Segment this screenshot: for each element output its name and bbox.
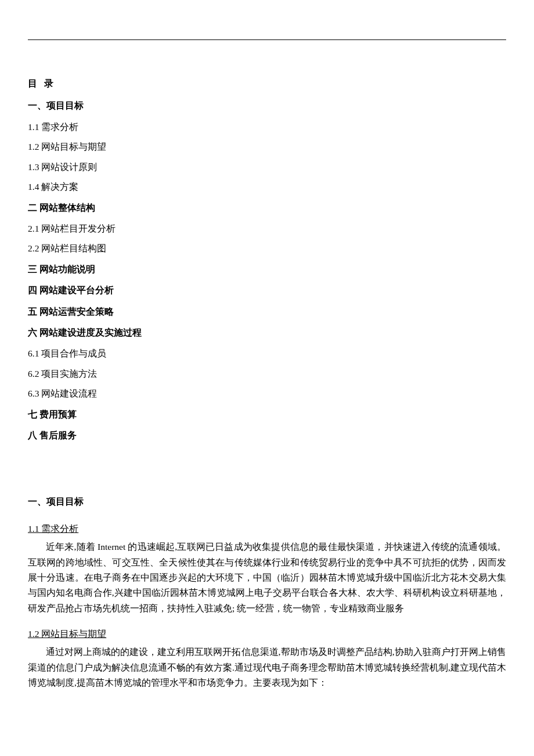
toc-item-1-4: 1.4 解决方案 — [28, 178, 506, 195]
toc-section-4: 四 网站建设平台分析 — [28, 282, 506, 299]
toc-item-1-1: 1.1 需求分析 — [28, 118, 506, 135]
toc-section-8: 八 售后服务 — [28, 427, 506, 444]
toc-item-6-2: 6.2 项目实施方法 — [28, 365, 506, 382]
section-1-title: 一、项目目标 — [28, 493, 506, 510]
toc-section-1: 一、项目目标 — [28, 97, 506, 114]
toc-item-6-3: 6.3 网站建设流程 — [28, 385, 506, 402]
toc-item-2-1: 2.1 网站栏目开发分析 — [28, 220, 506, 237]
horizontal-rule — [28, 39, 506, 40]
subsection-1-2-title: 1.2 网站目标与期望 — [28, 625, 506, 642]
toc-section-7: 七 费用预算 — [28, 406, 506, 423]
subsection-1-1-title: 1.1 需求分析 — [28, 520, 506, 537]
toc-section-5: 五 网站运营安全策略 — [28, 303, 506, 321]
toc-section-3: 三 网站功能说明 — [28, 261, 506, 278]
toc-heading: 目 录 — [28, 75, 506, 92]
paragraph-1-2: 通过对网上商城的的建设，建立利用互联网开拓信息渠道,帮助市场及时调整产品结构,协… — [28, 645, 506, 690]
toc-section-2: 二 网站整体结构 — [28, 199, 506, 217]
toc-item-6-1: 6.1 项目合作与成员 — [28, 345, 506, 362]
toc-item-1-3: 1.3 网站设计原则 — [28, 159, 506, 175]
toc-item-1-2: 1.2 网站目标与期望 — [28, 138, 506, 155]
toc-item-2-2: 2.2 网站栏目结构图 — [28, 240, 506, 257]
toc-section-6: 六 网站建设进度及实施过程 — [28, 324, 506, 341]
paragraph-1-1: 近年来,随着 Internet 的迅速崛起,互联网已日益成为收集提供信息的最佳最… — [28, 539, 506, 616]
